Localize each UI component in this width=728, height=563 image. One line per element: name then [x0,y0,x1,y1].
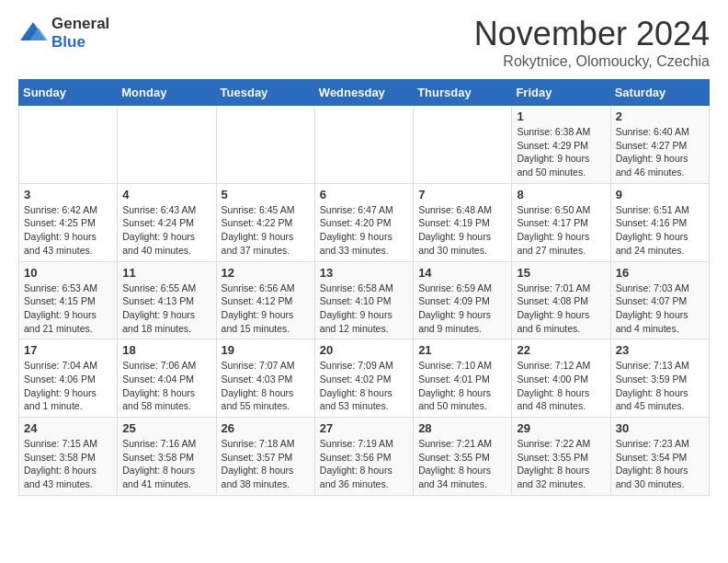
day-info: Sunrise: 6:45 AM Sunset: 4:22 PM Dayligh… [222,203,310,258]
day-info: Sunrise: 6:51 AM Sunset: 4:16 PM Dayligh… [616,203,704,258]
col-thursday: Thursday [414,80,512,106]
calendar-cell: 6Sunrise: 6:47 AM Sunset: 4:20 PM Daylig… [314,183,413,261]
day-number: 4 [122,188,210,201]
col-friday: Friday [512,80,610,106]
calendar-week-5: 24Sunrise: 7:15 AM Sunset: 3:58 PM Dayli… [19,418,710,496]
day-number: 3 [24,188,112,201]
day-number: 29 [517,421,605,435]
logo: General Blue [18,15,109,52]
day-number: 15 [517,266,605,280]
col-wednesday: Wednesday [314,80,413,106]
day-info: Sunrise: 7:03 AM Sunset: 4:07 PM Dayligh… [616,282,704,336]
calendar-cell: 28Sunrise: 7:21 AM Sunset: 3:55 PM Dayli… [414,418,512,496]
day-number: 5 [222,188,310,201]
day-number: 14 [418,266,506,280]
day-number: 18 [122,343,210,357]
day-number: 2 [616,109,704,123]
logo-icon [18,20,48,46]
calendar-week-1: 1Sunrise: 6:38 AM Sunset: 4:29 PM Daylig… [19,106,710,184]
day-info: Sunrise: 6:47 AM Sunset: 4:20 PM Dayligh… [320,203,408,258]
col-tuesday: Tuesday [216,80,314,106]
calendar-header: Sunday Monday Tuesday Wednesday Thursday… [19,80,710,106]
month-title: November 2024 [474,15,710,53]
day-info: Sunrise: 7:18 AM Sunset: 3:57 PM Dayligh… [222,437,310,491]
calendar-cell: 30Sunrise: 7:23 AM Sunset: 3:54 PM Dayli… [610,418,709,496]
day-info: Sunrise: 7:07 AM Sunset: 4:03 PM Dayligh… [222,359,310,413]
calendar-cell: 7Sunrise: 6:48 AM Sunset: 4:19 PM Daylig… [414,183,512,261]
day-info: Sunrise: 7:01 AM Sunset: 4:08 PM Dayligh… [517,282,605,336]
day-number: 28 [418,421,506,435]
page-header: General Blue November 2024 Rokytnice, Ol… [18,15,710,70]
calendar-cell: 14Sunrise: 6:59 AM Sunset: 4:09 PM Dayli… [414,261,512,339]
day-number: 11 [122,266,210,280]
day-info: Sunrise: 6:53 AM Sunset: 4:15 PM Dayligh… [24,282,112,336]
day-number: 9 [616,188,704,201]
calendar-cell: 15Sunrise: 7:01 AM Sunset: 4:08 PM Dayli… [512,261,610,339]
day-number: 16 [616,266,704,280]
day-info: Sunrise: 7:19 AM Sunset: 3:56 PM Dayligh… [320,437,408,491]
day-info: Sunrise: 7:23 AM Sunset: 3:54 PM Dayligh… [616,437,704,491]
calendar-cell: 17Sunrise: 7:04 AM Sunset: 4:06 PM Dayli… [19,339,118,418]
calendar-cell: 5Sunrise: 6:45 AM Sunset: 4:22 PM Daylig… [216,183,314,261]
calendar-cell: 27Sunrise: 7:19 AM Sunset: 3:56 PM Dayli… [314,418,413,496]
calendar-cell: 8Sunrise: 6:50 AM Sunset: 4:17 PM Daylig… [512,183,610,261]
day-number: 19 [222,343,310,357]
calendar-cell: 19Sunrise: 7:07 AM Sunset: 4:03 PM Dayli… [216,339,314,418]
day-info: Sunrise: 7:21 AM Sunset: 3:55 PM Dayligh… [418,437,506,491]
calendar-cell [216,106,314,184]
calendar-week-4: 17Sunrise: 7:04 AM Sunset: 4:06 PM Dayli… [19,339,710,418]
calendar-cell: 18Sunrise: 7:06 AM Sunset: 4:04 PM Dayli… [118,339,216,418]
calendar-cell: 16Sunrise: 7:03 AM Sunset: 4:07 PM Dayli… [610,261,709,339]
day-number: 6 [320,188,408,201]
calendar-cell: 4Sunrise: 6:43 AM Sunset: 4:24 PM Daylig… [118,183,216,261]
day-info: Sunrise: 6:48 AM Sunset: 4:19 PM Dayligh… [418,203,506,258]
day-info: Sunrise: 7:04 AM Sunset: 4:06 PM Dayligh… [24,359,112,413]
page-container: General Blue November 2024 Rokytnice, Ol… [0,0,728,511]
day-number: 17 [24,343,112,357]
day-number: 24 [24,421,112,435]
calendar-week-2: 3Sunrise: 6:42 AM Sunset: 4:25 PM Daylig… [19,183,710,261]
day-info: Sunrise: 6:56 AM Sunset: 4:12 PM Dayligh… [222,282,310,336]
day-number: 21 [418,343,506,357]
calendar-cell: 3Sunrise: 6:42 AM Sunset: 4:25 PM Daylig… [19,183,118,261]
day-info: Sunrise: 6:42 AM Sunset: 4:25 PM Dayligh… [24,203,112,258]
calendar-cell: 20Sunrise: 7:09 AM Sunset: 4:02 PM Dayli… [314,339,413,418]
calendar-cell: 12Sunrise: 6:56 AM Sunset: 4:12 PM Dayli… [216,261,314,339]
day-info: Sunrise: 7:09 AM Sunset: 4:02 PM Dayligh… [320,359,408,413]
day-info: Sunrise: 7:13 AM Sunset: 3:59 PM Dayligh… [616,359,704,413]
day-number: 12 [222,266,310,280]
calendar-cell: 13Sunrise: 6:58 AM Sunset: 4:10 PM Dayli… [314,261,413,339]
calendar-cell: 9Sunrise: 6:51 AM Sunset: 4:16 PM Daylig… [610,183,709,261]
calendar-table: Sunday Monday Tuesday Wednesday Thursday… [18,79,710,496]
day-number: 23 [616,343,704,357]
calendar-cell: 26Sunrise: 7:18 AM Sunset: 3:57 PM Dayli… [216,418,314,496]
day-number: 10 [24,266,112,280]
day-info: Sunrise: 6:58 AM Sunset: 4:10 PM Dayligh… [320,282,408,336]
calendar-cell: 24Sunrise: 7:15 AM Sunset: 3:58 PM Dayli… [19,418,118,496]
day-number: 27 [320,421,408,435]
calendar-cell [19,106,118,184]
day-number: 22 [517,343,605,357]
logo-general: General [51,15,109,32]
day-number: 25 [122,421,210,435]
day-number: 1 [517,109,605,123]
calendar-cell: 25Sunrise: 7:16 AM Sunset: 3:58 PM Dayli… [118,418,216,496]
calendar-cell: 22Sunrise: 7:12 AM Sunset: 4:00 PM Dayli… [512,339,610,418]
day-info: Sunrise: 6:50 AM Sunset: 4:17 PM Dayligh… [517,203,605,258]
calendar-cell: 23Sunrise: 7:13 AM Sunset: 3:59 PM Dayli… [610,339,709,418]
day-number: 7 [418,188,506,201]
day-info: Sunrise: 7:15 AM Sunset: 3:58 PM Dayligh… [24,437,112,491]
calendar-cell: 10Sunrise: 6:53 AM Sunset: 4:15 PM Dayli… [19,261,118,339]
day-number: 26 [222,421,310,435]
day-info: Sunrise: 7:22 AM Sunset: 3:55 PM Dayligh… [517,437,605,491]
day-info: Sunrise: 6:40 AM Sunset: 4:27 PM Dayligh… [616,125,704,179]
calendar-cell [314,106,413,184]
day-number: 8 [517,188,605,201]
location: Rokytnice, Olomoucky, Czechia [474,53,710,70]
day-info: Sunrise: 7:16 AM Sunset: 3:58 PM Dayligh… [122,437,210,491]
day-number: 13 [320,266,408,280]
calendar-cell: 21Sunrise: 7:10 AM Sunset: 4:01 PM Dayli… [414,339,512,418]
day-info: Sunrise: 6:43 AM Sunset: 4:24 PM Dayligh… [122,203,210,258]
day-info: Sunrise: 6:55 AM Sunset: 4:13 PM Dayligh… [122,282,210,336]
calendar-week-3: 10Sunrise: 6:53 AM Sunset: 4:15 PM Dayli… [19,261,710,339]
